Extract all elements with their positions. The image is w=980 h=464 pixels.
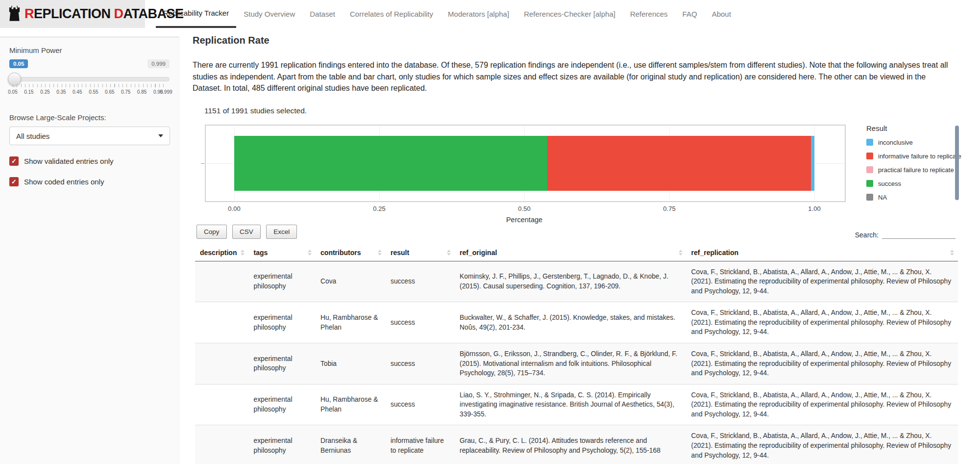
legend-swatch xyxy=(866,139,873,146)
column-header-contributors[interactable]: contributors xyxy=(316,245,386,261)
cell-tags: experimental philosophy xyxy=(248,302,316,343)
tick-label: 0.45 xyxy=(73,89,82,95)
legend-item-success[interactable]: success xyxy=(866,180,961,187)
tab-study-overview[interactable]: Study Overview xyxy=(236,0,302,28)
chart-legend: Result inconclusive informative failure … xyxy=(866,124,961,201)
cell-contributors: Hu, Rambharose & Phelan xyxy=(316,302,386,343)
intro-paragraph: There are currently 1991 replication fin… xyxy=(193,59,951,94)
tick-label: 0.15 xyxy=(24,89,33,95)
cell-ref-original: Buckwalter, W., & Schaffer, J. (2015). K… xyxy=(455,302,686,343)
caret-down-icon xyxy=(158,134,163,137)
checkbox-coded-label: Show coded entries only xyxy=(24,178,104,186)
tab-references[interactable]: References xyxy=(623,0,675,28)
tab-dataset[interactable]: Dataset xyxy=(302,0,343,28)
sort-icon xyxy=(950,250,954,256)
table-row[interactable]: experimental philosophy Hu, Rambharose &… xyxy=(195,302,958,343)
checkbox-coded-only[interactable]: ✓ Show coded entries only xyxy=(9,177,170,186)
legend-label: informative failure to replicate xyxy=(878,153,961,160)
csv-button[interactable]: CSV xyxy=(232,225,261,239)
table-search: Search: xyxy=(855,229,957,239)
search-input[interactable] xyxy=(882,229,956,239)
replication-rate-chart: 0.00 0.25 0.50 0.75 1.00 Percentage Resu… xyxy=(193,122,967,219)
legend-swatch xyxy=(866,166,873,173)
tab-replicability-tracker[interactable]: Replicability Tracker xyxy=(156,0,236,28)
legend-swatch xyxy=(866,194,873,201)
legend-item-practical-failure[interactable]: practical failure to replicate xyxy=(866,166,961,174)
cell-ref-replication: Cova, F., Strickland, B., Abatista, A., … xyxy=(686,302,958,343)
table-row[interactable]: experimental philosophy Cova success Kom… xyxy=(195,261,958,302)
column-header-description[interactable]: description xyxy=(195,245,248,261)
export-buttons: Copy CSV Excel xyxy=(196,225,300,239)
tick-label: 0.35 xyxy=(56,89,66,95)
search-label: Search: xyxy=(855,231,879,239)
bar-segment-success xyxy=(234,136,547,191)
main-nav: Replicability Tracker Study Overview Dat… xyxy=(156,0,738,28)
table-row[interactable]: experimental philosophy Tobia success Bj… xyxy=(195,343,958,384)
tab-references-checker[interactable]: References-Checker [alpha] xyxy=(516,0,623,28)
y-axis-tick xyxy=(201,163,204,164)
cell-result: informative failure to replicate xyxy=(386,425,455,464)
cell-ref-original: Kominsky, J. F., Phillips, J., Gerstenbe… xyxy=(455,261,686,302)
tab-about[interactable]: About xyxy=(705,0,738,28)
cell-tags: experimental philosophy xyxy=(248,384,316,425)
legend-swatch xyxy=(866,180,873,187)
cell-contributors: Dranseika & Berniunas xyxy=(316,425,386,464)
slider-min-badge: 0.05 xyxy=(9,59,28,68)
legend-label: NA xyxy=(878,194,887,201)
cell-tags: experimental philosophy xyxy=(248,425,316,464)
x-axis-label: Percentage xyxy=(506,216,542,224)
tick-label: 0.55 xyxy=(89,89,98,95)
cell-result: success xyxy=(386,261,455,302)
cell-ref-original: Grau, C., & Pury, C. L. (2014). Attitude… xyxy=(455,425,686,464)
cell-ref-replication: Cova, F., Strickland, B., Abatista, A., … xyxy=(686,384,958,425)
legend-item-na[interactable]: NA xyxy=(866,194,961,201)
legend-label: practical failure to replicate xyxy=(878,166,954,174)
legend-title: Result xyxy=(866,124,961,132)
tab-correlates-of-replicability[interactable]: Correlates of Replicability xyxy=(343,0,441,28)
slider-max-badge: 0.999 xyxy=(147,59,170,68)
stacked-bar xyxy=(234,136,814,191)
x-tick-label: 0.75 xyxy=(663,205,675,212)
slider-track[interactable] xyxy=(9,77,170,81)
legend-label: inconclusive xyxy=(878,139,913,146)
cell-ref-replication: Cova, F., Strickland, B., Abatista, A., … xyxy=(686,343,958,384)
tick-label: 0.25 xyxy=(40,89,49,95)
cell-ref-original: Liao, S. Y., Strohminger, N., & Sripada,… xyxy=(455,384,686,425)
selection-count: 1151 of 1991 studies selected. xyxy=(204,106,967,115)
checkbox-checked-icon: ✓ xyxy=(9,177,19,186)
bar-segment-informative-failure xyxy=(547,136,811,191)
copy-button[interactable]: Copy xyxy=(196,225,227,239)
tick-label: 0.85 xyxy=(137,89,147,95)
cell-description xyxy=(195,384,248,425)
cell-tags: experimental philosophy xyxy=(248,343,316,384)
table-toolbar: Copy CSV Excel Search: xyxy=(193,225,957,239)
table-row[interactable]: experimental philosophy Dranseika & Bern… xyxy=(195,425,958,464)
column-header-ref-replication[interactable]: ref_replication xyxy=(686,245,958,261)
x-tick-label: 0.00 xyxy=(228,205,240,212)
results-table: description tags contributors result ref… xyxy=(195,245,958,464)
legend-item-inconclusive[interactable]: inconclusive xyxy=(866,139,961,146)
tab-faq[interactable]: FAQ xyxy=(675,0,705,28)
legend-swatch xyxy=(866,153,873,159)
column-header-tags[interactable]: tags xyxy=(248,245,316,261)
x-tick-label: 0.50 xyxy=(518,205,530,212)
column-header-result[interactable]: result xyxy=(386,245,455,261)
cell-contributors: Hu, Rambharose & Phelan xyxy=(316,384,386,425)
checkbox-validated-only[interactable]: ✓ Show validated entries only xyxy=(9,156,170,166)
projects-select[interactable]: All studies xyxy=(9,127,170,145)
cell-contributors: Cova xyxy=(316,261,386,302)
column-header-ref-original[interactable]: ref_original xyxy=(455,245,686,261)
cell-result: success xyxy=(386,302,455,343)
table-header-row: description tags contributors result ref… xyxy=(195,245,958,261)
castle-icon xyxy=(8,5,21,23)
cell-description xyxy=(195,261,248,302)
cell-ref-replication: Cova, F., Strickland, B., Abatista, A., … xyxy=(686,261,958,302)
scrollbar-thumb[interactable] xyxy=(955,126,959,200)
tab-moderators[interactable]: Moderators [alpha] xyxy=(441,0,516,28)
excel-button[interactable]: Excel xyxy=(266,225,297,239)
sort-icon xyxy=(241,250,245,256)
table-row[interactable]: experimental philosophy Hu, Rambharose &… xyxy=(195,384,958,425)
page-title: Replication Rate xyxy=(193,35,967,46)
checkbox-validated-label: Show validated entries only xyxy=(24,157,114,165)
legend-item-informative-failure[interactable]: informative failure to replicate xyxy=(866,153,961,160)
